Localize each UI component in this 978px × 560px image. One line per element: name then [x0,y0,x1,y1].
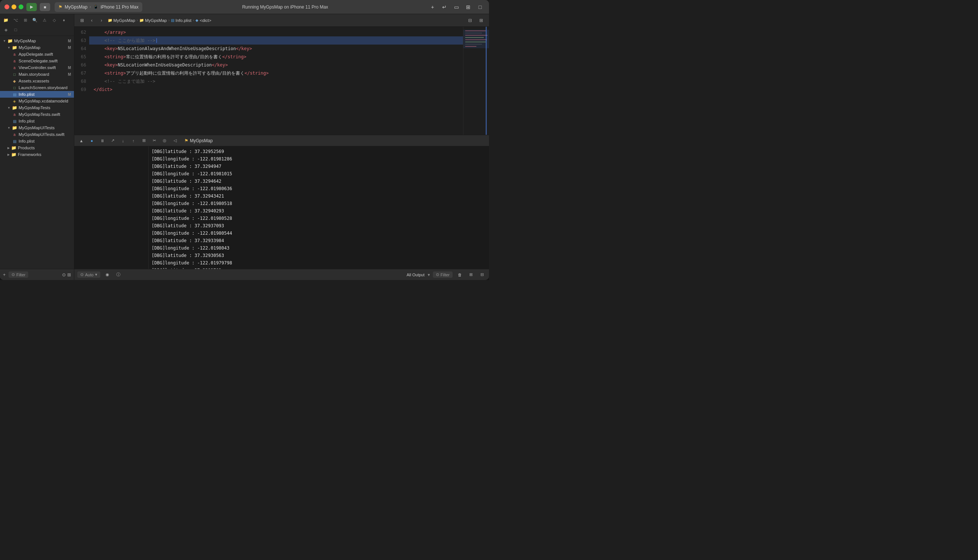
console-toggle-icon[interactable]: ● [88,137,96,145]
sidebar-item-label: Assets.xcassets [18,79,49,83]
sidebar-item-label: Products [18,145,35,150]
sidebar-filter[interactable]: ⊙ Filter [8,272,28,278]
sidebar-item-uitests-swift[interactable]: a MyGpsMapUITests.swift [0,131,74,138]
code-editor[interactable]: 62 63 64 65 66 67 68 69 [74,27,489,135]
console-line: [DBG]longitude : -122.0198043 [152,244,486,252]
code-text: <string>アプリ起動時に位置情報の利用を許可する理由/目的を書く</str… [93,70,269,76]
swift-file-icon: a [12,52,17,57]
minimap [463,27,489,135]
console-location-icon[interactable]: ◁ [171,137,179,145]
layout-1-button[interactable]: ▭ [452,3,461,12]
console-output[interactable]: [DBG]latitude : 37.32952569[DBG]longitud… [149,146,489,269]
sidebar-item-root[interactable]: ▼ 📁 MyGpsMap M [0,38,74,44]
grid-view-icon[interactable]: ⊞ [77,16,87,25]
sidebar-item-frameworks-group[interactable]: ▶ 📁 Frameworks [0,151,74,158]
sidebar-item-tests-group[interactable]: ▼ 📁 MyGpsMapTests [0,104,74,111]
sidebar-item-tests-plist[interactable]: ▤ Info.plist [0,118,74,124]
sidebar-item-launchscreen[interactable]: □ LaunchScreen.storyboard [0,84,74,91]
sidebar-bottom-right: ⊙ ⊞ [62,272,71,277]
close-button[interactable] [5,5,9,9]
add-item-button[interactable]: + [3,272,5,277]
enter-button[interactable]: ↵ [440,3,449,12]
nav-report-icon[interactable]: □ [11,25,20,34]
sidebar-item-assets[interactable]: ◆ Assets.xcassets [0,78,74,84]
code-line-62: </array> [89,28,463,37]
nav-test-icon[interactable]: ◇ [50,16,59,25]
sidebar-item-mygpsmap[interactable]: ▼ 📁 MyGpsMap M [0,44,74,51]
filter-label: Filter [441,273,450,277]
storyboard-file-icon: □ [12,85,17,90]
console-step-out-icon[interactable]: ↑ [129,137,137,145]
stop-button[interactable]: ■ [40,3,50,11]
minimize-button[interactable] [12,5,16,9]
forward-button[interactable]: › [97,16,106,25]
run-button[interactable]: ▶ [27,3,37,11]
list-icon[interactable]: ⊞ [67,272,71,277]
sidebar-item-viewcontroller[interactable]: a ViewController.swift M [0,64,74,71]
fullscreen-button[interactable] [18,5,23,9]
layout-2-button[interactable]: ⊞ [464,3,473,12]
clear-console-icon[interactable]: 🗑 [456,271,464,279]
split-console-icon[interactable]: ⊞ [467,271,475,279]
sidebar-item-uitests-plist[interactable]: ▤ Info.plist [0,138,74,145]
layout-2-icon: ⊞ [466,4,471,10]
nav-symbols-icon[interactable]: ⊞ [21,16,30,25]
console-info-icon[interactable]: ⓘ [114,271,123,279]
console-filter[interactable]: ⊙ Filter [433,272,452,278]
code-text: <key>NSLocationAlwaysAndWhenInUseUsageDe… [93,46,252,51]
scheme-project-icon: ⚑ [58,5,62,10]
sidebar-item-main-storyboard[interactable]: □ Main.storyboard M [0,71,74,78]
recent-icon[interactable]: ⊙ [62,272,66,277]
console-line: [DBG]latitude : 37.32937093 [152,222,486,230]
status-bar: Running MyGpsMap on iPhone 11 Pro Max [145,5,425,10]
stop-icon: ■ [44,5,47,9]
line-number: 69 [74,85,89,93]
add-button[interactable]: + [428,3,437,12]
play-icon: ▶ [30,5,33,9]
sidebar-item-datamodel[interactable]: ◈ MyGpsMap.xcdatamodeld [0,98,74,104]
console-pause-icon[interactable]: ⏸ [98,137,106,145]
console-wire-icon[interactable]: ✂ [150,137,158,145]
console-step-over-icon[interactable]: ↗ [108,137,117,145]
sidebar-item-info-plist[interactable]: ▤ Info.plist M [0,91,74,98]
console-render-icon[interactable]: ◎ [160,137,169,145]
breadcrumb-item-2[interactable]: 📁 MyGpsMap [139,18,167,23]
back-button[interactable]: ‹ [87,16,97,25]
nav-git-icon[interactable]: ⌥ [11,16,20,25]
breadcrumb-item-1[interactable]: 📁 MyGpsMap [108,18,135,23]
sidebar-item-products-group[interactable]: ▶ 📁 Products [0,145,74,151]
sidebar-bottom: + ⊙ Filter ⊙ ⊞ [0,269,74,280]
breadcrumb-item-3[interactable]: ▤ Info.plist [171,18,191,23]
nav-find-icon[interactable]: 🔍 [30,16,39,25]
console-connect-icon[interactable]: ⊞ [140,137,148,145]
plist-file-icon: ▤ [12,118,17,124]
console-view-icon[interactable]: ◉ [103,271,112,279]
scheme-selector[interactable]: ⚑ MyGpsMap › 📱 iPhone 11 Pro Max [55,2,142,12]
console-bottom-bar: ⊙ Auto ▾ ◉ ⓘ All Output ▾ ⊙ Filter [74,269,489,280]
add-editor-icon[interactable]: ⊞ [476,16,486,25]
badge-m: M [68,39,71,43]
nav-right: ⊟ ⊞ [465,16,486,25]
plist-icon: ▤ [171,18,174,22]
sidebar-item-tests-swift[interactable]: a MyGpsMapTests.swift [0,111,74,118]
expand-console-icon[interactable]: ⊟ [478,271,486,279]
nav-files-icon[interactable]: 📁 [2,16,10,25]
sidebar-item-appdelegate[interactable]: a AppDelegate.swift [0,51,74,58]
breadcrumb-sep: › [137,18,138,22]
sidebar-item-uitests-group[interactable]: ▼ 📁 MyGpsMapUITests [0,124,74,131]
console-step-in-icon[interactable]: ↓ [119,137,127,145]
auto-filter[interactable]: ⊙ Auto ▾ [77,272,100,278]
nav-warn-icon[interactable]: ⚠ [40,16,49,25]
console-expand-icon[interactable]: ▲ [77,137,85,145]
split-editor-icon[interactable]: ⊟ [465,16,475,25]
sidebar-item-scenedelegate[interactable]: a SceneDelegate.swift [0,58,74,64]
layout-3-button[interactable]: □ [476,3,484,12]
badge-m: M [68,46,71,50]
nav-debug-icon[interactable]: ♦ [60,16,68,25]
nav-breakpoints-icon[interactable]: ◈ [2,25,10,34]
group-folder-icon: 📁 [11,145,16,150]
code-line-69: </dict> [89,85,463,93]
breadcrumb-item-4[interactable]: ◆ <dict> [195,18,211,23]
console-line: [DBG]latitude : 37.32930563 [152,252,486,259]
sidebar-item-label: ViewController.swift [18,65,56,70]
